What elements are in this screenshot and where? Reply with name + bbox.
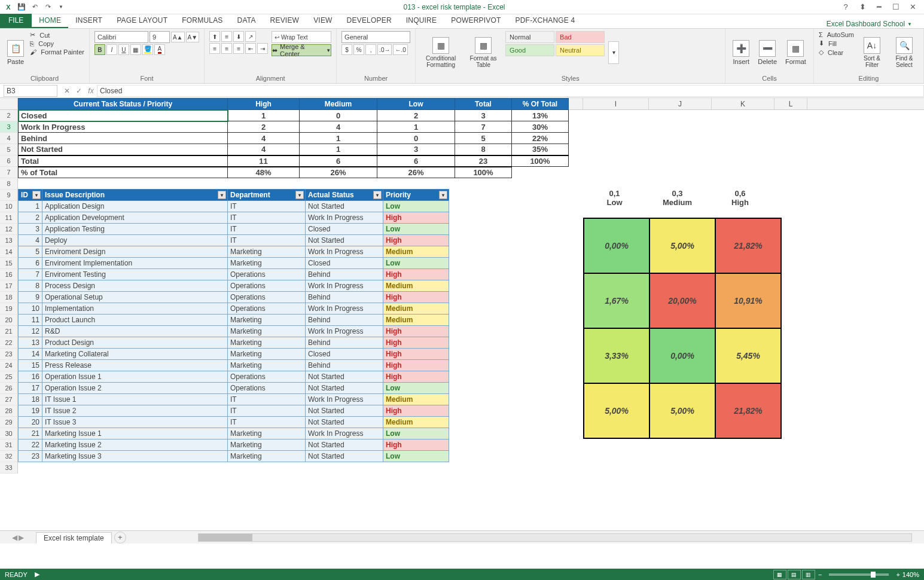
table-row[interactable]: 22Marketing Issue 2MarketingNot StartedH…	[19, 439, 449, 451]
cancel-formula-icon[interactable]: ✕	[61, 85, 73, 97]
issue-cell[interactable]: Work In Progress	[306, 246, 383, 258]
issue-cell[interactable]: Low	[383, 383, 449, 394]
issue-cell[interactable]: High	[383, 235, 449, 246]
shrink-font-button[interactable]: A▼	[186, 32, 200, 42]
indent-inc-button[interactable]: ⇥	[257, 43, 268, 54]
issue-cell[interactable]: Not Started	[306, 201, 383, 212]
clear-button[interactable]: ◇ Clear	[819, 48, 854, 56]
issue-cell[interactable]: Operation Issue 2	[42, 383, 228, 394]
row-header[interactable]: 22	[0, 337, 18, 349]
matrix-cell[interactable]: 21,82%	[715, 383, 781, 438]
summary-cell[interactable]: 23	[455, 155, 512, 167]
style-normal[interactable]: Normal	[505, 31, 554, 43]
view-normal-icon[interactable]: ▦	[773, 570, 786, 579]
fontsize-selector[interactable]: 9	[150, 31, 170, 43]
filter-dropdown-icon[interactable]: ▾	[439, 191, 447, 199]
tab-pdf-xchange-4[interactable]: PDF-XChange 4	[508, 14, 583, 28]
summary-cell[interactable]: 26%	[377, 167, 455, 178]
issue-cell[interactable]: High	[383, 371, 449, 383]
table-row[interactable]: 19IT Issue 2ITNot StartedHigh	[19, 405, 449, 417]
issue-cell[interactable]: 23	[19, 451, 42, 462]
row-header[interactable]: 23	[0, 349, 18, 360]
issue-cell[interactable]: Marketing	[228, 246, 306, 258]
issue-cell[interactable]: Operations	[228, 371, 306, 383]
format-as-table-button[interactable]: ▦Format as Table	[465, 31, 502, 74]
issue-cell[interactable]: Work In Progress	[306, 212, 383, 224]
excel-icon[interactable]: X	[2, 1, 14, 13]
align-right-button[interactable]: ≡	[233, 43, 244, 54]
comma-button[interactable]: ,	[365, 44, 376, 55]
zoom-slider[interactable]	[829, 573, 889, 576]
maximize-icon[interactable]: ☐	[889, 1, 902, 14]
issue-cell[interactable]: Application Design	[42, 201, 228, 212]
formula-input[interactable]: Closed	[97, 85, 924, 97]
row-header[interactable]: 6	[0, 155, 18, 167]
paste-button[interactable]: 📋 Paste	[5, 31, 26, 74]
undo-icon[interactable]: ↶	[29, 1, 41, 13]
row-header[interactable]: 4	[0, 133, 18, 144]
fill-button[interactable]: ⬇ Fill	[819, 39, 854, 47]
account-link[interactable]: Excel Dashboard School ▼	[827, 20, 912, 28]
issue-cell[interactable]: Not Started	[306, 417, 383, 428]
table-row[interactable]: 18IT Issue 1ITWork In ProgressMedium	[19, 394, 449, 405]
filter-dropdown-icon[interactable]: ▾	[373, 191, 382, 199]
table-row[interactable]: 4DeployITNot StartedHigh	[19, 235, 449, 246]
issue-cell[interactable]: Behind	[306, 315, 383, 326]
issue-cell[interactable]: Behind	[306, 292, 383, 303]
underline-button[interactable]: U	[118, 44, 129, 55]
table-row[interactable]: 9Operational SetupOperationsBehindHigh	[19, 292, 449, 303]
col-header-K[interactable]: K	[712, 98, 774, 109]
issue-cell[interactable]: High	[383, 292, 449, 303]
issue-cell[interactable]: Marketing	[228, 428, 306, 439]
row-header[interactable]: 18	[0, 292, 18, 303]
decimal-inc-button[interactable]: .0→	[377, 44, 392, 55]
issue-cell[interactable]: 4	[19, 235, 42, 246]
row-header[interactable]: 12	[0, 224, 18, 235]
summary-cell[interactable]: 4	[300, 121, 377, 133]
issue-cell[interactable]: Marketing Issue 2	[42, 439, 228, 451]
row-header[interactable]: 20	[0, 315, 18, 326]
matrix-cell[interactable]: 20,00%	[649, 273, 715, 328]
issue-cell[interactable]: 3	[19, 224, 42, 235]
issue-cell[interactable]: Press Release	[42, 360, 228, 371]
table-row[interactable]: 6Enviroment ImplementationMarketingClose…	[19, 258, 449, 269]
summary-cell[interactable]: 8	[455, 144, 512, 155]
autosum-button[interactable]: Σ AutoSum	[819, 31, 854, 38]
issue-cell[interactable]: Work In Progress	[306, 303, 383, 315]
matrix-cell[interactable]: 5,00%	[649, 383, 715, 438]
issue-cell[interactable]: IT Issue 3	[42, 417, 228, 428]
issue-cell[interactable]: 10	[19, 303, 42, 315]
matrix-cell[interactable]: 3,33%	[584, 328, 649, 383]
summary-cell[interactable]: 4	[228, 144, 300, 155]
tab-powerpivot[interactable]: POWERPIVOT	[444, 14, 508, 28]
align-left-button[interactable]: ≡	[209, 43, 220, 54]
issue-cell[interactable]: Behind	[306, 269, 383, 280]
accounting-button[interactable]: $	[341, 44, 352, 55]
issue-cell[interactable]: Marketing Issue 1	[42, 428, 228, 439]
decimal-dec-button[interactable]: ←.0	[393, 44, 407, 55]
col-header-I[interactable]: I	[583, 98, 649, 109]
col-header-J[interactable]: J	[649, 98, 712, 109]
redo-icon[interactable]: ↷	[42, 1, 54, 13]
table-row[interactable]: 16Operation Issue 1OperationsNot Started…	[19, 371, 449, 383]
row-header[interactable]: 10	[0, 201, 18, 212]
insert-cells-button[interactable]: ➕Insert	[730, 31, 752, 74]
merge-center-button[interactable]: ⬌Merge & Center▼	[272, 44, 331, 56]
issue-cell[interactable]: Not Started	[306, 405, 383, 417]
find-select-button[interactable]: 🔍Find & Select	[890, 31, 919, 74]
copy-button[interactable]: ⎘ Copy	[30, 40, 84, 47]
issue-cell[interactable]: Enviroment Implementation	[42, 258, 228, 269]
tab-page-layout[interactable]: PAGE LAYOUT	[109, 14, 175, 28]
table-row[interactable]: 17Operation Issue 2OperationsNot Started…	[19, 383, 449, 394]
issue-cell[interactable]: Product Launch	[42, 315, 228, 326]
name-box[interactable]: B3	[4, 85, 57, 97]
summary-cell[interactable]: 3	[455, 110, 512, 121]
summary-cell[interactable]: Total	[19, 155, 228, 167]
issue-cell[interactable]: Low	[383, 201, 449, 212]
issue-col-header[interactable]: Issue Description▾	[42, 190, 228, 201]
align-top-button[interactable]: ⬆	[209, 31, 220, 42]
table-row[interactable]: 12R&DMarketingWork In ProgressHigh	[19, 326, 449, 337]
summary-cell[interactable]: 3	[377, 144, 455, 155]
issue-cell[interactable]: Low	[383, 428, 449, 439]
matrix-cell[interactable]: 5,45%	[715, 328, 781, 383]
